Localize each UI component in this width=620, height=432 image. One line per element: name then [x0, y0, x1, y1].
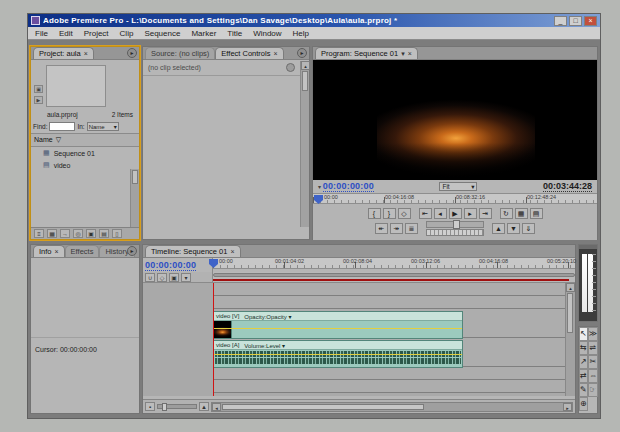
- menu-edit[interactable]: Edit: [59, 29, 73, 38]
- toggle-timeline-view-button[interactable]: [286, 63, 295, 72]
- tab-source[interactable]: Source: (no clips): [145, 47, 215, 59]
- list-view-button[interactable]: ≡: [34, 229, 44, 238]
- find-in-select[interactable]: Name ▾: [87, 122, 119, 131]
- menu-marker[interactable]: Marker: [191, 29, 216, 38]
- timeline-zoom-slider[interactable]: [157, 404, 197, 409]
- chevron-down-icon[interactable]: ▾: [401, 50, 405, 58]
- scroll-right-icon[interactable]: ▸: [563, 403, 572, 411]
- mixdown-button[interactable]: ▾: [181, 273, 191, 282]
- volume-rubber-band[interactable]: [214, 354, 462, 355]
- tab-effects[interactable]: Effects: [65, 245, 100, 257]
- project-scrollbar[interactable]: [130, 169, 139, 227]
- timeline-horizontal-scrollbar[interactable]: ◂ ▸: [211, 402, 573, 412]
- current-time-indicator[interactable]: [213, 283, 214, 396]
- go-to-next-edit-button[interactable]: ↠: [390, 223, 403, 234]
- sequence-marker-button[interactable]: ◇: [157, 273, 167, 282]
- selection-tool[interactable]: ↖: [579, 327, 588, 341]
- effect-controls-scrollbar[interactable]: ▴: [300, 61, 309, 227]
- title-bar[interactable]: Adobe Premiere Pro - L:\Documents and Se…: [28, 14, 600, 27]
- automate-to-sequence-button[interactable]: →: [60, 229, 70, 238]
- timeline-ruler[interactable]: 00:00 00:01:04:02 00:02:08:04 00:03:12:0…: [213, 258, 575, 269]
- list-item-sequence[interactable]: ▦ Sequence 01: [31, 147, 139, 159]
- close-icon[interactable]: ×: [55, 248, 59, 255]
- tab-project[interactable]: Project: aula ×: [33, 47, 94, 59]
- play-in-to-out-button[interactable]: ≣: [405, 223, 418, 234]
- panel-menu-button[interactable]: ▸: [297, 48, 307, 58]
- menu-help[interactable]: Help: [293, 29, 309, 38]
- list-item-video[interactable]: ▤ video: [31, 159, 139, 171]
- menu-title[interactable]: Title: [227, 29, 242, 38]
- zoom-out-button[interactable]: ▪: [145, 402, 155, 411]
- preview-play-button[interactable]: ▶: [34, 96, 43, 104]
- marker-button[interactable]: ◇: [398, 208, 411, 219]
- menu-file[interactable]: File: [35, 29, 48, 38]
- program-ruler[interactable]: 00:00 00:04:16:08 00:08:32:16 00:12:48:2…: [313, 193, 597, 204]
- step-forward-button[interactable]: ▸: [464, 208, 477, 219]
- close-icon[interactable]: ×: [408, 50, 412, 57]
- set-out-button[interactable]: }: [383, 208, 396, 219]
- jog-wheel[interactable]: [426, 229, 484, 236]
- new-bin-button[interactable]: ▣: [86, 229, 96, 238]
- view-zoom-select[interactable]: Fit ▾: [439, 182, 477, 191]
- track-select-tool[interactable]: ≫: [588, 327, 598, 341]
- opacity-rubber-band[interactable]: [214, 328, 462, 329]
- set-in-button[interactable]: {: [368, 208, 381, 219]
- go-to-in-button[interactable]: ⇤: [419, 208, 432, 219]
- program-playhead[interactable]: [314, 195, 323, 204]
- go-to-out-button[interactable]: ⇥: [479, 208, 492, 219]
- hand-tool[interactable]: ☞: [588, 383, 598, 397]
- name-column-header[interactable]: Name ▽: [31, 133, 139, 147]
- tab-timeline[interactable]: Timeline: Sequence 01 ×: [145, 245, 241, 257]
- panel-menu-button[interactable]: ▸: [127, 246, 137, 256]
- set-display-style-button[interactable]: ▣: [169, 273, 179, 282]
- video-clip[interactable]: video [V] Opacity:Opacity ▾: [213, 311, 463, 339]
- scroll-up-icon[interactable]: ▴: [566, 283, 575, 292]
- zoom-tool[interactable]: ⊕: [579, 397, 588, 411]
- rolling-edit-tool[interactable]: ⇌: [588, 341, 598, 355]
- panel-menu-button[interactable]: ▸: [127, 48, 137, 58]
- clear-button[interactable]: ▯: [112, 229, 122, 238]
- keyframe-display-select[interactable]: Opacity:Opacity ▾: [244, 313, 291, 320]
- menu-clip[interactable]: Clip: [120, 29, 134, 38]
- close-button[interactable]: ×: [584, 16, 597, 26]
- go-to-prev-edit-button[interactable]: ↞: [375, 223, 388, 234]
- razor-tool[interactable]: ✂: [588, 355, 598, 369]
- shuttle-slider[interactable]: [426, 221, 484, 228]
- audio-clip[interactable]: video [A] Volume:Level ▾: [213, 340, 463, 368]
- timeline-vertical-scrollbar[interactable]: ▴: [565, 283, 575, 396]
- minimize-button[interactable]: _: [554, 16, 567, 26]
- new-item-button[interactable]: ▤: [99, 229, 109, 238]
- tab-effect-controls[interactable]: Effect Controls ×: [215, 47, 283, 59]
- scrollbar-thumb[interactable]: [222, 404, 424, 410]
- menu-project[interactable]: Project: [84, 29, 109, 38]
- tab-program[interactable]: Program: Sequence 01 ▾ ×: [315, 47, 418, 59]
- scroll-up-icon[interactable]: ▴: [301, 61, 310, 70]
- keyframe-display-select[interactable]: Volume:Level ▾: [244, 342, 285, 349]
- zoom-in-button[interactable]: ▲: [199, 402, 209, 411]
- rate-stretch-tool[interactable]: ↗: [579, 355, 588, 369]
- close-icon[interactable]: ×: [273, 50, 277, 57]
- menu-window[interactable]: Window: [253, 29, 281, 38]
- timeline-current-timecode[interactable]: 00:00:00:00: [145, 260, 196, 271]
- close-icon[interactable]: ×: [84, 50, 88, 57]
- extract-button[interactable]: ▼: [507, 223, 520, 234]
- tab-info[interactable]: Info ×: [33, 245, 65, 257]
- loop-button[interactable]: ↻: [500, 208, 513, 219]
- output-button[interactable]: ▤: [530, 208, 543, 219]
- work-area-bar[interactable]: [213, 272, 575, 282]
- safe-margins-button[interactable]: ▦: [515, 208, 528, 219]
- panel-grip[interactable]: [579, 245, 597, 249]
- maximize-button[interactable]: □: [569, 16, 582, 26]
- ripple-edit-tool[interactable]: ⇆: [579, 341, 588, 355]
- play-button[interactable]: ▶: [449, 208, 462, 219]
- close-icon[interactable]: ×: [230, 248, 234, 255]
- timeline-tracks-area[interactable]: video [V] Opacity:Opacity ▾: [143, 283, 565, 396]
- slip-tool[interactable]: ⇄: [579, 369, 588, 383]
- pen-tool[interactable]: ✎: [579, 383, 588, 397]
- menu-sequence[interactable]: Sequence: [144, 29, 180, 38]
- icon-view-button[interactable]: ▦: [47, 229, 57, 238]
- step-back-button[interactable]: ◂: [434, 208, 447, 219]
- export-frame-button[interactable]: ⇓: [522, 223, 535, 234]
- snap-toggle-button[interactable]: ∪: [145, 273, 155, 282]
- find-input[interactable]: [49, 122, 75, 131]
